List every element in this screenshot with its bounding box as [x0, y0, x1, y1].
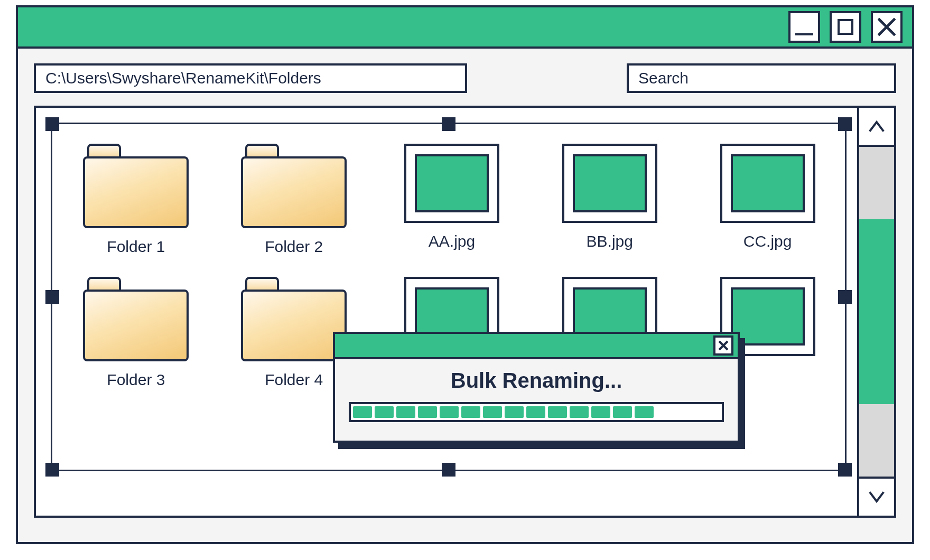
item-label: Folder 2	[265, 238, 323, 256]
selection-handle[interactable]	[45, 463, 59, 477]
folder-icon	[241, 277, 347, 361]
selection-handle[interactable]	[45, 117, 59, 131]
dialog-close-button[interactable]	[713, 335, 733, 356]
path-input[interactable]: C:\Users\Swyshare\RenameKit\Folders	[34, 63, 467, 93]
dialog-titlebar	[335, 334, 738, 359]
progress-segment	[440, 406, 459, 418]
progress-segment	[635, 406, 654, 418]
maximize-icon	[838, 19, 853, 35]
selection-handle[interactable]	[442, 117, 455, 131]
explorer-window: C:\Users\Swyshare\RenameKit\Folders Sear…	[16, 5, 914, 544]
image-file-item[interactable]: AA.jpg	[384, 144, 520, 256]
titlebar	[18, 7, 912, 49]
scrollbar-thumb[interactable]	[859, 219, 894, 404]
close-button[interactable]	[871, 11, 903, 43]
progress-segment	[526, 406, 545, 418]
progress-segment	[396, 406, 415, 418]
progress-segment	[461, 406, 480, 418]
progress-dialog-wrap: Bulk Renaming...	[333, 332, 740, 443]
toolbar: C:\Users\Swyshare\RenameKit\Folders Sear…	[18, 49, 912, 106]
progress-segment	[505, 406, 524, 418]
image-file-icon	[720, 144, 815, 223]
item-label: Folder 4	[265, 371, 323, 389]
item-label: Folder 3	[107, 371, 165, 389]
item-label: CC.jpg	[743, 232, 792, 250]
progress-segment	[570, 406, 589, 418]
item-label: Folder 1	[107, 238, 165, 256]
minimize-icon	[795, 33, 813, 35]
close-icon	[718, 340, 729, 351]
progress-segment	[613, 406, 632, 418]
progress-segment	[548, 406, 567, 418]
content-area: Folder 1Folder 2AA.jpgBB.jpgCC.jpgFolder…	[34, 106, 896, 518]
progress-segment	[418, 406, 437, 418]
chevron-down-icon	[869, 491, 885, 503]
progress-segment	[483, 406, 502, 418]
selection-handle[interactable]	[838, 463, 852, 477]
selection-handle[interactable]	[442, 463, 455, 477]
folder-item[interactable]: Folder 3	[68, 277, 204, 389]
minimize-button[interactable]	[788, 11, 820, 43]
progress-dialog: Bulk Renaming...	[333, 332, 740, 443]
folder-icon	[83, 277, 189, 361]
scrollbar-track[interactable]	[859, 145, 894, 479]
image-file-icon	[404, 144, 499, 223]
selection-handle[interactable]	[838, 290, 852, 304]
scroll-up-button[interactable]	[859, 108, 894, 145]
progress-segment	[353, 406, 372, 418]
folder-item[interactable]: Folder 1	[68, 144, 204, 256]
vertical-scrollbar[interactable]	[857, 108, 894, 516]
image-file-item[interactable]: BB.jpg	[541, 144, 678, 256]
file-pane[interactable]: Folder 1Folder 2AA.jpgBB.jpgCC.jpgFolder…	[36, 108, 857, 516]
close-icon	[878, 18, 896, 36]
folder-icon	[83, 144, 189, 228]
item-label: BB.jpg	[587, 232, 633, 250]
maximize-button[interactable]	[830, 11, 861, 43]
chevron-up-icon	[869, 120, 885, 133]
dialog-title-text: Bulk Renaming...	[349, 369, 724, 393]
search-input[interactable]: Search	[627, 63, 896, 93]
progress-segment	[591, 406, 610, 418]
progress-segment	[375, 406, 394, 418]
folder-item[interactable]: Folder 2	[226, 144, 362, 256]
progress-bar	[349, 402, 724, 422]
scroll-down-button[interactable]	[859, 479, 894, 516]
image-file-icon	[562, 144, 657, 223]
image-file-item[interactable]: CC.jpg	[699, 144, 836, 256]
item-label: AA.jpg	[429, 232, 475, 250]
selection-handle[interactable]	[838, 117, 852, 131]
folder-icon	[241, 144, 347, 228]
selection-handle[interactable]	[45, 290, 59, 304]
